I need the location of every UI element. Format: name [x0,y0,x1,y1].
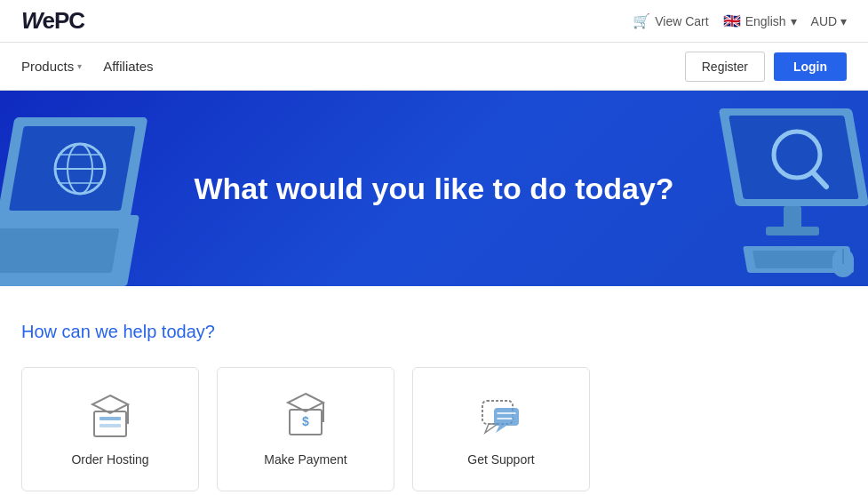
svg-rect-13 [784,206,801,228]
svg-rect-23 [100,424,121,427]
login-button[interactable]: Login [774,52,847,81]
svg-rect-1 [0,228,119,273]
products-label: Products [21,59,74,74]
card-get-support-label: Get Support [467,452,535,467]
language-selector[interactable]: 🇬🇧 English ▾ [723,12,797,29]
hero-banner: What would you like to do today? [0,91,868,286]
card-order-hosting-label: Order Hosting [71,452,148,467]
language-chevron: ▾ [791,14,797,28]
currency-selector[interactable]: AUD ▾ [811,14,847,28]
currency-chevron: ▾ [840,14,847,28]
nav-right: Register Login [685,52,847,82]
desktop-svg [681,100,868,286]
laptop-svg [0,100,178,286]
logo[interactable]: WePC [21,7,84,35]
card-order-hosting[interactable]: Order Hosting [21,367,199,491]
nav-item-products[interactable]: Products ▾ [21,44,82,88]
help-section: How can we help today? Order Hosting [0,286,868,495]
language-label: English [745,14,786,28]
cards-row: Order Hosting $ Make Payment [21,367,847,491]
products-chevron: ▾ [77,61,82,71]
nav-item-affiliates[interactable]: Affiliates [103,44,153,88]
logo-epc: ePC [43,7,85,34]
svg-marker-31 [496,426,506,433]
nav-left: Products ▾ Affiliates [21,44,154,88]
payment-icon: $ [283,392,329,442]
svg-text:$: $ [302,414,309,428]
svg-marker-29 [485,424,498,433]
view-cart-label: View Cart [655,14,708,28]
help-title: How can we help today? [21,322,847,342]
hero-headline: What would you like to do today? [194,172,673,206]
register-button[interactable]: Register [685,52,765,82]
nav-bar: Products ▾ Affiliates Register Login [0,43,868,91]
svg-rect-16 [753,251,845,268]
affiliates-label: Affiliates [103,59,153,74]
card-get-support[interactable]: Get Support [412,367,590,491]
svg-rect-30 [494,408,519,426]
card-make-payment[interactable]: $ Make Payment [217,367,394,491]
hero-laptop-illustration [0,100,178,286]
top-right-area: 🛒 View Cart 🇬🇧 English ▾ AUD ▾ [633,12,847,29]
flag-icon: 🇬🇧 [723,12,741,29]
svg-rect-14 [766,227,819,236]
cart-icon: 🛒 [633,12,650,29]
svg-rect-22 [100,417,121,420]
card-make-payment-label: Make Payment [264,452,346,467]
server-icon [87,392,133,442]
hero-desktop-illustration [681,100,868,286]
support-icon [478,392,524,442]
currency-label: AUD [811,14,838,28]
svg-rect-10 [729,116,859,199]
view-cart-link[interactable]: 🛒 View Cart [633,12,708,29]
top-bar: WePC 🛒 View Cart 🇬🇧 English ▾ AUD ▾ [0,0,868,43]
hero-headline-text: What would you like to do today? [194,172,673,205]
logo-w: W [21,7,43,34]
